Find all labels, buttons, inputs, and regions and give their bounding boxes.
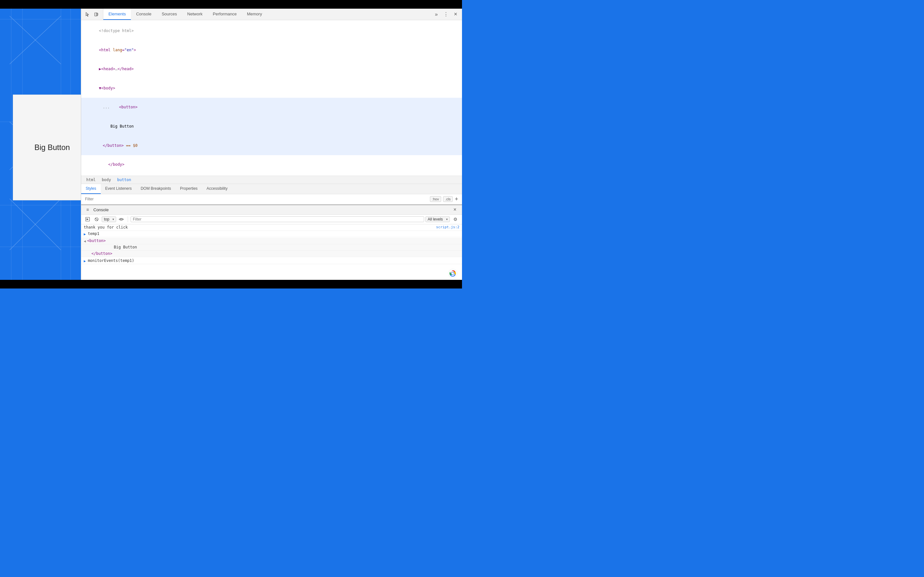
- panel-tab-event-listeners[interactable]: Event Listeners: [101, 184, 136, 194]
- console-header: ≡ Console ×: [81, 205, 462, 215]
- panel-tab-accessibility[interactable]: Accessibility: [202, 184, 232, 194]
- devtools-menu-button[interactable]: ⋮: [441, 10, 451, 19]
- tab-network[interactable]: Network: [182, 9, 208, 20]
- devtools-icon-buttons: [81, 9, 103, 20]
- cls-button[interactable]: .cls: [443, 196, 453, 202]
- html-line-head[interactable]: ▶<head>…</head>: [81, 60, 462, 79]
- console-button-output: ◀ <button> Big Button </button>: [81, 237, 462, 258]
- console-button-close-tag: </button>: [91, 251, 459, 256]
- top-bar: [0, 0, 462, 9]
- console-temp1-text: temp1: [88, 231, 459, 236]
- filter-bar: :hov .cls +: [81, 194, 462, 205]
- console-toolbar: top All levels ⚙: [81, 215, 462, 224]
- html-line-button-close: </button> == $0: [81, 136, 462, 155]
- breadcrumb-body[interactable]: body: [100, 177, 112, 182]
- device-toolbar-button[interactable]: [92, 10, 101, 19]
- devtools-header: Elements Console Sources Network Perform…: [81, 9, 462, 20]
- console-monitor-line: ▶ monitorEvents(temp1): [81, 258, 462, 264]
- console-button-inner: Big Button: [95, 245, 459, 250]
- html-line-html: <html lang="en">: [81, 41, 462, 60]
- console-title: Console: [91, 207, 451, 212]
- panel-tab-properties[interactable]: Properties: [176, 184, 202, 194]
- monitor-arrow: ▶: [84, 258, 86, 263]
- panel-tab-dom-breakpoints[interactable]: DOM Breakpoints: [136, 184, 176, 194]
- more-tabs-button[interactable]: »: [432, 10, 441, 19]
- breadcrumb-button[interactable]: button: [116, 177, 132, 182]
- console-settings-button[interactable]: ⚙: [451, 215, 459, 223]
- breadcrumb: html body button: [81, 176, 462, 184]
- html-line-button-container: ... <button>: [81, 98, 462, 117]
- devtools-panel: Elements Console Sources Network Perform…: [81, 9, 462, 280]
- levels-select[interactable]: All levels: [425, 216, 450, 222]
- toolbar-separator: [128, 216, 128, 222]
- svg-line-19: [95, 218, 98, 221]
- inspect-element-button[interactable]: [83, 10, 92, 19]
- console-log-location[interactable]: script.js:2: [436, 225, 459, 229]
- console-button-close-line: </button>: [81, 251, 462, 257]
- tab-console[interactable]: Console: [131, 9, 157, 20]
- html-line-button-text: Big Button: [81, 117, 462, 136]
- webpage-preview: Big Button: [13, 95, 91, 200]
- add-style-button[interactable]: +: [455, 196, 458, 202]
- html-line-body-close: </body>: [81, 155, 462, 174]
- output-arrow: ◀: [84, 239, 86, 243]
- live-expressions-button[interactable]: [118, 215, 125, 223]
- filter-input[interactable]: [85, 197, 430, 201]
- console-filter-input[interactable]: [131, 216, 424, 222]
- console-log-line: thank you for click script.js:2: [81, 224, 462, 231]
- big-button-label: Big Button: [34, 143, 70, 152]
- console-output: thank you for click script.js:2 ▶ temp1 …: [81, 224, 462, 280]
- console-output-arrow-line: ◀ <button>: [81, 238, 462, 244]
- console-section: ≡ Console × top: [81, 205, 462, 280]
- context-select[interactable]: top: [102, 216, 116, 222]
- filter-actions: :hov .cls +: [430, 196, 458, 202]
- console-drag-icon: ≡: [84, 206, 91, 213]
- breadcrumb-html[interactable]: html: [85, 177, 97, 182]
- svg-point-23: [452, 272, 454, 275]
- devtools-header-actions: » ⋮ ×: [430, 10, 462, 19]
- context-wrapper: top: [102, 216, 116, 222]
- panel-tabs: Styles Event Listeners DOM Breakpoints P…: [81, 184, 462, 194]
- console-log-text: thank you for click: [84, 225, 436, 229]
- devtools-close-button[interactable]: ×: [451, 10, 460, 19]
- bottom-bar: [0, 280, 462, 288]
- chrome-icon: [448, 269, 457, 278]
- console-monitor-text: monitorEvents(temp1): [88, 258, 459, 263]
- panel-tab-styles[interactable]: Styles: [81, 184, 101, 194]
- console-button-text-line: Big Button: [81, 244, 462, 251]
- hov-button[interactable]: :hov: [430, 196, 441, 202]
- svg-point-20: [121, 219, 122, 220]
- devtools-tabs: Elements Console Sources Network Perform…: [103, 9, 430, 20]
- console-clear-button[interactable]: [93, 215, 100, 223]
- console-output-text: <button>: [87, 239, 459, 243]
- tab-sources[interactable]: Sources: [157, 9, 182, 20]
- console-close-button[interactable]: ×: [451, 205, 459, 214]
- html-line-body[interactable]: ▼<body>: [81, 79, 462, 98]
- console-temp1-line[interactable]: ▶ temp1: [81, 231, 462, 237]
- tab-elements[interactable]: Elements: [103, 9, 131, 20]
- tab-memory[interactable]: Memory: [242, 9, 267, 20]
- html-line-doctype: <!doctype html>: [81, 21, 462, 41]
- console-empty-space: [81, 264, 462, 280]
- tab-performance[interactable]: Performance: [208, 9, 242, 20]
- levels-wrapper: All levels: [425, 216, 450, 222]
- expand-arrow-temp1: ▶: [84, 231, 86, 236]
- elements-panel: <!doctype html> <html lang="en"> ▶<head>…: [81, 20, 462, 176]
- console-execute-button[interactable]: [84, 215, 91, 223]
